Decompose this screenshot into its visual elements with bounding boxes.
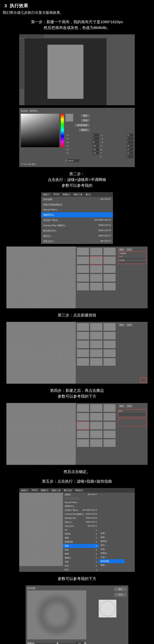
menu-item[interactable]: 消失点(V)...Alt+Ctrl+V [63,524,99,528]
ps-canvas-area [24,38,106,105]
submenu-item[interactable]: 挤压... [99,543,125,547]
c-input[interactable] [127,144,133,147]
menu-item[interactable]: 滤镜库(G)... [41,212,113,218]
b-input[interactable] [92,141,99,144]
filter-preview [6,246,76,308]
b2-input[interactable] [127,141,133,144]
menu-item[interactable]: 消失点(V)...Alt+Ctrl+V [41,239,113,244]
submenu-item[interactable]: 波纹... [99,535,125,539]
hex-input[interactable] [68,159,79,162]
menu-item[interactable]: 模糊画廊▸ [63,540,99,544]
menu-item[interactable]: 旋转扭曲Alt+Ctrl+F [41,197,113,202]
menu-tab[interactable]: 视图(V) [39,488,50,493]
r-input[interactable] [92,144,99,147]
step4-text: 第四步：新建之后，再点击撕边 参数可以参考我的下方 [2,388,152,399]
menu-tab[interactable]: 帮助(H) [74,488,84,493]
gallery-ok[interactable]: 确定 [118,248,125,252]
halftone-thumb[interactable] [90,256,102,264]
menu-item[interactable]: Camera Raw滤镜(C)...Shift+Ctrl+A [63,512,99,516]
submenu-item[interactable]: 水波... [99,555,125,559]
g-input[interactable] [92,148,99,151]
m-input[interactable] [127,148,133,151]
menu-item[interactable]: 渲染▸ [63,560,99,564]
menu-item[interactable]: 杂色▸ [63,564,99,568]
submenu-item[interactable]: 置换... [99,563,125,567]
menu-item[interactable]: 锐化▸ [63,548,99,552]
menu-item[interactable]: 视频▸ [63,552,99,556]
menu-item[interactable]: 像素化▸ [63,556,99,560]
color-picker-title: 拾色器（前景色） [21,109,133,112]
filter-gallery-dialog-2: 确定取消 [6,322,148,384]
step3-text: 第三步：点击新建按钮 [2,312,152,318]
menu-item[interactable]: 镜头校正(R)...Shift+Ctrl+R [41,228,113,234]
color-spectrum[interactable] [21,114,59,147]
angle-input[interactable] [76,642,83,644]
submenu-item[interactable]: 极坐标... [99,539,125,543]
menu-tab[interactable]: 窗口(W) [62,488,74,493]
ok-button[interactable]: 确定 [80,114,90,118]
menu-item[interactable]: 滤镜库(G)... [63,504,99,508]
step1-text: 第一步：新建一个画布，我的画布尺寸是1080*1620px 然后把画布改成灰色，… [2,19,152,30]
menu-item[interactable]: 扭曲▸ [63,544,99,548]
add-swatch-button[interactable]: 添加到色板 [75,123,90,127]
k-input[interactable] [127,155,133,158]
toolbar-item[interactable] [20,35,23,38]
hex-label: # [66,160,67,162]
gray-canvas [48,45,83,99]
angle-slider[interactable] [35,643,75,644]
h-input[interactable] [92,134,99,136]
submenu-item[interactable]: 波浪... [99,531,125,535]
menu-item[interactable]: 3D▸ [63,528,99,532]
color-library-button[interactable]: 颜色库 [78,128,90,132]
menu-tab[interactable]: 增效工具 [50,488,62,493]
step-number-badge: 3 [2,3,9,9]
y-input[interactable] [127,152,133,154]
menu-item[interactable]: 镜头校正(R)...Shift+Ctrl+R [63,516,99,520]
filter-params-box: 半调图案 大小 对比度 [118,252,146,264]
a-input[interactable] [127,137,133,140]
submenu-item[interactable]: 球面化... [99,551,125,555]
menu-item[interactable]: Neural Filters... [41,207,113,212]
menu-item[interactable]: 自适应广角(A)...Alt+Shift+Ctrl+A [63,508,99,512]
distort-submenu: 滤镜(T)3D(D)视图(V)增效工具窗口(W)帮助(H) 滤镜库Alt+Ctr… [19,488,135,572]
angle-label: 角度(A) [27,642,34,644]
menu-item[interactable]: Neural Filters... [63,501,99,504]
menu-item[interactable]: 转换为智能滤镜(S) [41,202,113,207]
bv-input[interactable] [92,152,99,154]
menu-item[interactable]: 液化(L)...Shift+Ctrl+X [63,520,99,524]
menu-tab[interactable]: 视图(V) [61,192,72,197]
menu-item[interactable]: 风格化▸ [63,532,99,536]
step5-text: 第五步：点击执行：滤镜>扭曲>旋转扭曲 [2,478,152,484]
new-layer-button-highlight[interactable] [140,378,147,383]
color-picker-dialog: 拾色器（前景色） 确定 取消 添加到色板 颜色库 ○ H:○ L: ○ S:○ … [19,108,135,167]
photoshop-window [19,34,135,105]
torn-edges-thumb[interactable] [77,422,89,430]
menu-item[interactable]: 滤镜库Alt+Ctrl+F [63,493,99,497]
menu-tab[interactable]: 滤镜(T) [19,488,30,493]
gallery-cancel[interactable]: 取消 [126,248,133,252]
menu-tab[interactable]: 3D(D) [52,192,61,197]
menu-item[interactable]: 自适应广角(A)...Alt+Shift+Ctrl+A [41,218,113,223]
hue-slider[interactable] [61,114,64,147]
submenu-item[interactable]: 旋转扭曲... [99,559,125,563]
twirl-dialog: 旋转扭曲 角度(A) 度 确定 取消 [26,586,128,644]
menu-item[interactable]: 模糊▸ [63,536,99,540]
twirl-cancel[interactable]: 取消 [114,592,127,597]
menu-item[interactable]: 其它▸ [63,568,99,572]
submenu-item[interactable]: 切变... [99,547,125,551]
color-swatch [66,114,73,132]
filter-gallery-dialog-3: 确定取消 撕边 [6,403,148,465]
cancel-button[interactable]: 取消 [80,118,90,122]
menu-tab[interactable]: 滤镜(T) [41,192,52,197]
twirl-ok[interactable]: 确定 [114,587,127,592]
menu-tab[interactable]: 增效工具 [72,192,84,197]
color-values-grid: ○ H:○ L: ○ S:○ a: ○ B:○ b: ○ R:C: ○ G:M:… [66,134,133,158]
s-input[interactable] [92,137,99,140]
menu-tab[interactable]: 窗口( [84,192,92,197]
ps-top-toolbar [19,34,135,38]
menu-item[interactable]: 液化(L)...Shift+Ctrl+X [41,234,113,239]
l-input[interactable] [127,134,133,136]
menu-item[interactable]: Camera Raw 滤镜(C)...Shift+Ctrl+A [41,223,113,228]
section-title: 执行效果 [10,2,28,9]
menu-tab[interactable]: 3D(D) [30,488,39,493]
